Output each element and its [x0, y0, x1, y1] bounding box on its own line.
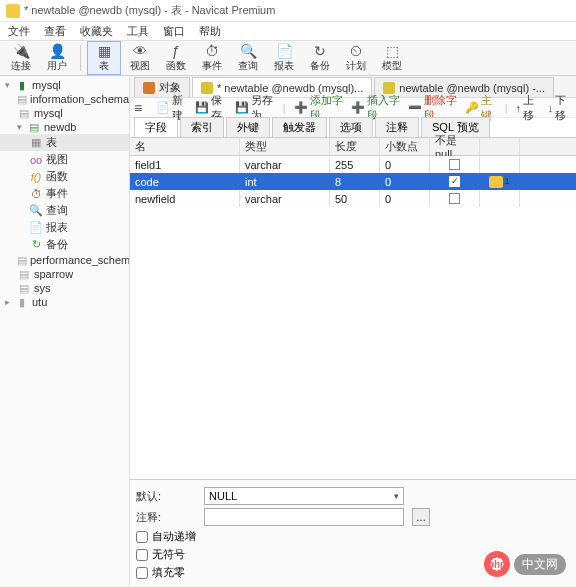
- toolbar-function[interactable]: ƒ函数: [159, 41, 193, 75]
- menu-bar: 文件 查看 收藏夹 工具 窗口 帮助: [0, 22, 576, 40]
- connection-icon: ▮: [15, 296, 29, 308]
- toolbar-connect[interactable]: 🔌连接: [4, 41, 38, 75]
- label-comment: 注释:: [136, 510, 196, 525]
- title-bar: * newtable @newdb (mysql) - 表 - Navicat …: [0, 0, 576, 22]
- col-key[interactable]: [480, 138, 520, 155]
- tree-node-backups[interactable]: ↻备份: [0, 236, 129, 253]
- main-area: ▾▮mysql ▤information_schema ▤mysql ▾▤new…: [0, 76, 576, 587]
- toolbar-separator: [80, 45, 81, 71]
- toolbar-model[interactable]: ⬚模型: [375, 41, 409, 75]
- field-row-selected[interactable]: code int 8 0 1: [130, 173, 576, 190]
- subtab-triggers[interactable]: 触发器: [272, 117, 327, 137]
- notnull-checkbox[interactable]: [449, 193, 460, 204]
- tree-conn-mysql[interactable]: ▾▮mysql: [0, 78, 129, 92]
- notnull-checkbox[interactable]: [449, 159, 460, 170]
- database-icon: ▤: [17, 107, 31, 119]
- tree-conn-utu[interactable]: ▸▮utu: [0, 295, 129, 309]
- zerofill-checkbox[interactable]: [136, 567, 148, 579]
- menu-help[interactable]: 帮助: [199, 24, 221, 39]
- row-autoinc: 自动递增: [136, 529, 570, 544]
- connection-tree[interactable]: ▾▮mysql ▤information_schema ▤mysql ▾▤new…: [0, 76, 130, 587]
- app-icon: [6, 4, 20, 18]
- tree-db-infoschema[interactable]: ▤information_schema: [0, 92, 129, 106]
- subtab-indexes[interactable]: 索引: [180, 117, 224, 137]
- model-icon: ⬚: [383, 43, 401, 59]
- toolbar-view[interactable]: 👁视图: [123, 41, 157, 75]
- menu-tools[interactable]: 工具: [127, 24, 149, 39]
- database-icon: ▤: [27, 121, 41, 133]
- col-type[interactable]: 类型: [240, 138, 330, 155]
- label-default: 默认:: [136, 489, 196, 504]
- tree-db-mysql[interactable]: ▤mysql: [0, 106, 129, 120]
- menu-view[interactable]: 查看: [44, 24, 66, 39]
- col-length[interactable]: 长度: [330, 138, 380, 155]
- menu-icon[interactable]: ≡: [134, 100, 142, 116]
- autoinc-checkbox[interactable]: [136, 531, 148, 543]
- database-icon: ▤: [17, 282, 31, 294]
- toolbar-user[interactable]: 👤用户: [40, 41, 74, 75]
- tree-node-queries[interactable]: 🔍查询: [0, 202, 129, 219]
- row-unsigned: 无符号: [136, 547, 570, 562]
- row-comment: 注释: …: [136, 508, 570, 526]
- toolbar-backup[interactable]: ↻备份: [303, 41, 337, 75]
- fields-grid-body[interactable]: field1 varchar 255 0 code int 8 0 1 newf…: [130, 156, 576, 479]
- label-zerofill: 填充零: [152, 565, 185, 580]
- comment-more-button[interactable]: …: [412, 508, 430, 526]
- tree-node-functions[interactable]: f()函数: [0, 168, 129, 185]
- toolbar-schedule[interactable]: ⏲计划: [339, 41, 373, 75]
- function-icon: ƒ: [167, 43, 185, 59]
- col-decimals[interactable]: 小数点: [380, 138, 430, 155]
- col-name[interactable]: 名: [130, 138, 240, 155]
- designer-actions: ≡ 📄 新建 💾 保存 💾 另存为 | ➕ 添加字段 ➕ 插入字段 ➖ 删除字段…: [130, 98, 576, 118]
- notnull-checkbox[interactable]: [449, 176, 460, 187]
- content-area: 对象 * newtable @newdb (mysql)... newtable…: [130, 76, 576, 587]
- comment-input[interactable]: [204, 508, 404, 526]
- backup-icon: ↻: [311, 43, 329, 59]
- tree-db-sparrow[interactable]: ▤sparrow: [0, 267, 129, 281]
- tree-node-events[interactable]: ⏱事件: [0, 185, 129, 202]
- default-combobox[interactable]: NULL▾: [204, 487, 404, 505]
- tree-db-perfschema[interactable]: ▤performance_schema: [0, 253, 129, 267]
- database-icon: ▤: [17, 268, 31, 280]
- tree-db-newdb[interactable]: ▾▤newdb: [0, 120, 129, 134]
- tree-node-reports[interactable]: 📄报表: [0, 219, 129, 236]
- tables-icon: ▦: [29, 137, 43, 149]
- row-default: 默认: NULL▾: [136, 487, 570, 505]
- reports-icon: 📄: [29, 222, 43, 234]
- toolbar-table[interactable]: ▦表: [87, 41, 121, 75]
- tree-db-sys[interactable]: ▤sys: [0, 281, 129, 295]
- primary-key-icon: 1: [489, 176, 509, 188]
- menu-file[interactable]: 文件: [8, 24, 30, 39]
- subtab-foreignkeys[interactable]: 外键: [226, 117, 270, 137]
- toolbar-report[interactable]: 📄报表: [267, 41, 301, 75]
- database-icon: ▤: [17, 254, 27, 266]
- designer-subtabs: 字段 索引 外键 触发器 选项 注释 SQL 预览: [130, 118, 576, 138]
- events-icon: ⏱: [29, 188, 43, 200]
- database-icon: ▤: [17, 93, 27, 105]
- unsigned-checkbox[interactable]: [136, 549, 148, 561]
- tree-node-tables[interactable]: ▦表: [0, 134, 129, 151]
- field-row[interactable]: field1 varchar 255 0: [130, 156, 576, 173]
- col-notnull[interactable]: 不是 null: [430, 138, 480, 155]
- menu-window[interactable]: 窗口: [163, 24, 185, 39]
- backups-icon: ↻: [29, 239, 43, 251]
- tree-node-views[interactable]: oo视图: [0, 151, 129, 168]
- subtab-options[interactable]: 选项: [329, 117, 373, 137]
- row-zerofill: 填充零: [136, 565, 570, 580]
- field-properties-panel: 默认: NULL▾ 注释: … 自动递增 无符号 填充零: [130, 479, 576, 587]
- user-icon: 👤: [48, 43, 66, 59]
- field-row[interactable]: newfield varchar 50 0: [130, 190, 576, 207]
- menu-favorites[interactable]: 收藏夹: [80, 24, 113, 39]
- toolbar-event[interactable]: ⏱事件: [195, 41, 229, 75]
- views-icon: oo: [29, 154, 43, 166]
- event-icon: ⏱: [203, 43, 221, 59]
- main-toolbar: 🔌连接 👤用户 ▦表 👁视图 ƒ函数 ⏱事件 🔍查询 📄报表 ↻备份 ⏲计划 ⬚…: [0, 40, 576, 76]
- report-icon: 📄: [275, 43, 293, 59]
- plug-icon: 🔌: [12, 43, 30, 59]
- subtab-fields[interactable]: 字段: [134, 117, 178, 137]
- label-autoinc: 自动递增: [152, 529, 196, 544]
- chevron-down-icon: ▾: [394, 491, 399, 501]
- subtab-comment[interactable]: 注释: [375, 117, 419, 137]
- home-icon: [143, 82, 155, 94]
- toolbar-query[interactable]: 🔍查询: [231, 41, 265, 75]
